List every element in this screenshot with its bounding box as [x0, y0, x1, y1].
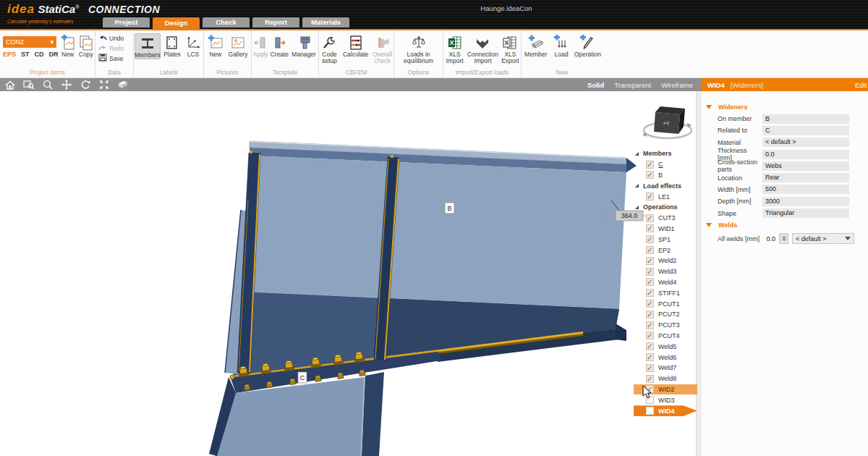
- tree-expanded-icon[interactable]: [635, 184, 639, 187]
- home-icon[interactable]: [4, 80, 16, 90]
- tree-item-weld4[interactable]: ✓Weld4: [634, 277, 697, 288]
- new-project-item-button[interactable]: New: [59, 33, 77, 58]
- weld-material-dropdown[interactable]: < default >: [792, 233, 854, 244]
- tree-item-stiff1[interactable]: ✓STIFF1: [634, 287, 697, 298]
- checked-checkbox-icon[interactable]: ✓: [646, 246, 654, 254]
- plates-toggle-button[interactable]: Plates: [161, 33, 183, 58]
- checked-checkbox-icon[interactable]: ✓: [646, 364, 654, 372]
- checked-checkbox-icon[interactable]: ✓: [646, 235, 654, 243]
- calculate-button[interactable]: Calculate: [341, 33, 370, 58]
- tree-item-pcut3[interactable]: ✓PCUT3: [634, 320, 697, 331]
- checked-checkbox-icon[interactable]: ✓: [646, 353, 654, 361]
- beam-web[interactable]: [243, 156, 626, 309]
- mode-wireframe[interactable]: Wireframe: [661, 81, 693, 89]
- tree-item-weld5[interactable]: ✓Weld5: [634, 341, 697, 352]
- tree-item-le1[interactable]: ✓LE1: [634, 191, 697, 202]
- checked-checkbox-icon[interactable]: ✓: [646, 300, 654, 308]
- overall-check-button[interactable]: Overall check: [371, 33, 393, 64]
- member-label-c[interactable]: C: [298, 372, 307, 383]
- view-cube[interactable]: +Y: [642, 106, 692, 138]
- create-template-button[interactable]: Create: [270, 33, 289, 58]
- unchecked-checkbox[interactable]: [646, 407, 654, 415]
- tree-expanded-icon[interactable]: [635, 152, 639, 156]
- rotate-icon[interactable]: [80, 80, 91, 90]
- column-right-flange-edge[interactable]: [362, 372, 384, 456]
- tree-group-operations[interactable]: Operations: [634, 202, 697, 213]
- checked-checkbox-icon[interactable]: ✓: [646, 193, 654, 200]
- tree-item-weld3[interactable]: ✓Weld3: [634, 266, 697, 277]
- tree-item-wid1[interactable]: ✓WID1: [634, 224, 697, 235]
- property-value-field[interactable]: 0.0: [762, 150, 849, 159]
- property-value-field[interactable]: 3000: [762, 197, 849, 206]
- gallery-button[interactable]: Gallery: [226, 33, 250, 58]
- section-header-welds[interactable]: Welds: [702, 219, 868, 232]
- section-header-wideners[interactable]: Wideners: [702, 101, 868, 113]
- tree-item-sp1[interactable]: ✓SP1: [634, 234, 697, 245]
- mode-cd[interactable]: CD: [35, 51, 44, 58]
- loads-in-equilibrium-button[interactable]: Loads in equilibrium: [397, 33, 441, 64]
- property-value-field[interactable]: 500: [762, 185, 849, 194]
- mode-eps[interactable]: EPS: [3, 51, 16, 58]
- tree-item-pcut1[interactable]: ✓PCUT1: [634, 298, 697, 309]
- checked-checkbox-icon[interactable]: ✓: [646, 214, 654, 222]
- checked-checkbox-icon[interactable]: ✓: [646, 257, 654, 265]
- model-viewport[interactable]: B C 364.0: [0, 91, 702, 456]
- members-toggle-button[interactable]: Members: [135, 33, 161, 59]
- code-setup-button[interactable]: Code setup: [319, 33, 340, 64]
- lcs-toggle-button[interactable]: LCS: [184, 33, 203, 58]
- section-collapse-icon[interactable]: [706, 105, 712, 109]
- redo-button[interactable]: Redo: [98, 43, 133, 53]
- zoom-icon[interactable]: [42, 80, 54, 90]
- mode-solid[interactable]: Solid: [587, 81, 604, 89]
- checked-checkbox-icon[interactable]: ✓: [646, 311, 654, 318]
- property-value-field[interactable]: Webs: [762, 161, 849, 171]
- section-collapse-icon[interactable]: [706, 223, 712, 227]
- tab-materials[interactable]: Materials: [302, 17, 349, 28]
- edit-button[interactable]: Edit: [855, 81, 867, 89]
- weld-size-stepper[interactable]: [779, 233, 788, 244]
- new-operation-button[interactable]: Operation: [573, 33, 603, 58]
- checked-checkbox-icon[interactable]: ✓: [646, 289, 654, 297]
- checked-checkbox-icon[interactable]: ✓: [646, 224, 654, 232]
- tree-item-wid4[interactable]: WID4: [634, 405, 697, 416]
- tab-project[interactable]: Project: [103, 17, 150, 28]
- tree-item-weld6[interactable]: ✓Weld6: [634, 352, 697, 363]
- tree-item-weld8[interactable]: ✓Weld8: [634, 373, 697, 384]
- checked-checkbox-icon[interactable]: ✓: [646, 342, 654, 350]
- new-load-button[interactable]: Load: [550, 33, 571, 58]
- xls-import-button[interactable]: X XLS Import: [443, 33, 466, 64]
- tree-item-weld2[interactable]: ✓Weld2: [634, 256, 697, 266]
- new-picture-button[interactable]: New: [205, 33, 226, 58]
- mode-transparent[interactable]: Transparent: [614, 81, 651, 89]
- tree-item-pcut2[interactable]: ✓PCUT2: [634, 309, 697, 320]
- checked-checkbox-icon[interactable]: ✓: [646, 332, 654, 339]
- property-value-field[interactable]: < default >: [762, 138, 849, 147]
- zoom-window-icon[interactable]: [23, 80, 35, 90]
- undo-button[interactable]: Undo: [98, 33, 133, 43]
- mode-dr[interactable]: DR: [49, 51, 59, 58]
- copy-project-item-button[interactable]: Copy: [77, 33, 95, 58]
- tree-expanded-icon[interactable]: [635, 206, 639, 209]
- tree-group-load-effects[interactable]: Load effects: [634, 180, 697, 191]
- fit-view-icon[interactable]: [98, 80, 110, 90]
- checked-checkbox-icon[interactable]: ✓: [646, 161, 654, 169]
- tree-item-weld7[interactable]: ✓Weld7: [634, 363, 697, 373]
- beam-bottom-end-tab[interactable]: [616, 324, 626, 341]
- tree-item-cut3[interactable]: ✓CUT3: [634, 213, 697, 224]
- checked-checkbox-icon[interactable]: ✓: [646, 268, 654, 276]
- mode-st[interactable]: ST: [21, 51, 30, 58]
- save-button[interactable]: Save: [98, 54, 133, 63]
- property-value-field[interactable]: C: [762, 126, 849, 135]
- tab-design[interactable]: Design: [153, 17, 200, 29]
- tree-item-pcut4[interactable]: ✓PCUT4: [634, 331, 697, 342]
- pan-icon[interactable]: [61, 80, 72, 90]
- property-value-field[interactable]: Rear: [762, 173, 849, 182]
- solid-box-icon[interactable]: [117, 80, 129, 90]
- property-value-field[interactable]: B: [762, 114, 849, 124]
- tree-item-ep2[interactable]: ✓EP2: [634, 245, 697, 256]
- weld-size-input[interactable]: 0.0: [762, 235, 775, 242]
- new-member-button[interactable]: Member: [522, 33, 550, 58]
- member-label-b[interactable]: B: [445, 203, 454, 214]
- template-manager-button[interactable]: Manager: [289, 33, 318, 58]
- property-value-field[interactable]: Triangular: [762, 208, 849, 218]
